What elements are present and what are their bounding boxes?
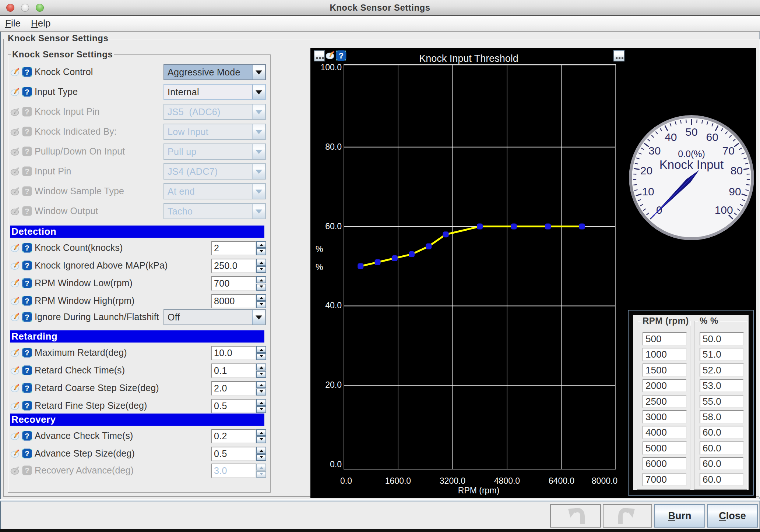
svg-text:100: 100 xyxy=(715,204,733,216)
svg-text:?: ? xyxy=(25,401,29,410)
svg-text:?: ? xyxy=(25,313,29,321)
svg-text:90: 90 xyxy=(729,185,741,198)
svg-text:70: 70 xyxy=(722,145,735,157)
svg-text:?: ? xyxy=(25,432,29,440)
svg-text:?: ? xyxy=(25,68,29,76)
svg-text:?: ? xyxy=(25,297,29,305)
svg-text:?: ? xyxy=(25,366,29,375)
svg-text:Knock Input: Knock Input xyxy=(659,158,724,171)
svg-text:?: ? xyxy=(25,244,29,252)
svg-text:80: 80 xyxy=(731,164,743,177)
svg-text:?: ? xyxy=(25,147,29,156)
svg-text:?: ? xyxy=(25,127,29,136)
svg-text:?: ? xyxy=(25,466,29,475)
svg-text:?: ? xyxy=(25,261,29,270)
svg-text:?: ? xyxy=(25,449,29,458)
svg-text:60: 60 xyxy=(706,131,718,143)
svg-text:?: ? xyxy=(25,167,29,175)
svg-text:?: ? xyxy=(25,348,29,357)
svg-text:?: ? xyxy=(25,384,29,392)
svg-text:0.0(%): 0.0(%) xyxy=(678,149,705,159)
svg-text:?: ? xyxy=(25,207,29,215)
svg-text:50: 50 xyxy=(685,126,697,138)
svg-text:?: ? xyxy=(25,107,29,116)
svg-text:?: ? xyxy=(25,279,29,287)
svg-text:?: ? xyxy=(25,88,29,96)
svg-text:?: ? xyxy=(25,187,29,195)
svg-text:?: ? xyxy=(339,51,344,60)
svg-text:40: 40 xyxy=(665,131,677,143)
svg-text:30: 30 xyxy=(648,145,661,157)
svg-text:10: 10 xyxy=(642,185,654,198)
svg-text:20: 20 xyxy=(640,164,652,177)
